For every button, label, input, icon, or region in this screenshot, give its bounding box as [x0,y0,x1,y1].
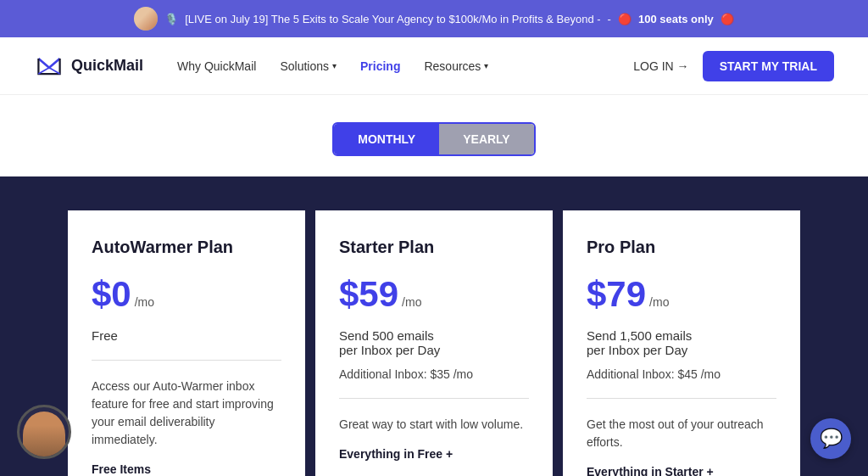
pro-price-period: /mo [649,295,669,309]
divider-dark-2 [553,210,563,476]
banner-avatar [134,7,158,31]
nav-resources[interactable]: Resources ▾ [424,59,488,73]
banner-badge: 100 seats only [638,13,714,25]
plans-section: AutoWarmer Plan $0 /mo Free Access our A… [0,176,868,476]
login-button[interactable]: LOG IN → [633,59,688,73]
starter-price-amount: $59 [339,274,398,315]
pro-plan: Pro Plan $79 /mo Send 1,500 emailsper In… [563,210,800,476]
starter-price-period: /mo [402,295,421,309]
pro-plan-desc: Get the most out of your outreach effort… [587,416,776,451]
autowarmer-plan-cta: Free Items [92,462,281,476]
starter-additional-inbox: Additional Inbox: $35 /mo [339,367,529,381]
pro-plan-subtitle: Send 1,500 emailsper Inbox per Day [587,328,776,357]
chat-button[interactable]: 💬 [810,418,851,459]
banner-text: [LIVE on July 19] The 5 Exits to Scale Y… [185,13,600,25]
pro-divider [587,398,776,399]
navigation: QuickMail Why QuickMail Solutions ▾ Pric… [0,37,868,95]
promo-banner: 🎙️ [LIVE on July 19] The 5 Exits to Scal… [0,0,868,37]
monthly-toggle[interactable]: MONTHLY [334,124,439,154]
autowarmer-plan-subtitle: Free [92,328,281,343]
starter-plan: Starter Plan $59 /mo Send 500 emailsper … [315,210,553,476]
logo-text: QuickMail [71,57,143,75]
trial-button[interactable]: START MY TRIAL [703,51,834,81]
avatar-figure [23,412,65,458]
autowarmer-price-amount: $0 [92,274,131,315]
billing-toggle: MONTHLY YEARLY [332,122,535,156]
banner-mic-icon: 🎙️ [164,13,178,25]
nav-links: Why QuickMail Solutions ▾ Pricing Resour… [177,59,633,73]
billing-toggle-section: MONTHLY YEARLY [0,95,868,176]
starter-plan-name: Starter Plan [339,238,529,257]
pro-plan-price: $79 /mo [587,274,776,315]
divider-dark-1 [305,210,315,476]
logo-icon [34,51,64,81]
nav-why-quickmail[interactable]: Why QuickMail [177,59,256,73]
pro-additional-inbox: Additional Inbox: $45 /mo [587,367,776,381]
nav-pricing[interactable]: Pricing [360,59,400,73]
chat-icon: 💬 [820,428,843,450]
autowarmer-divider [92,360,281,361]
starter-plan-cta: Everything in Free + [339,447,529,461]
banner-emoji: - [608,13,611,25]
autowarmer-plan-name: AutoWarmer Plan [92,238,281,257]
autowarmer-price-period: /mo [135,295,154,309]
yearly-toggle[interactable]: YEARLY [439,124,534,154]
nav-actions: LOG IN → START MY TRIAL [633,51,834,81]
starter-plan-subtitle: Send 500 emailsper Inbox per Day [339,328,529,357]
starter-divider [339,398,529,399]
plans-container: AutoWarmer Plan $0 /mo Free Access our A… [68,210,800,476]
autowarmer-plan: AutoWarmer Plan $0 /mo Free Access our A… [68,210,305,476]
autowarmer-plan-desc: Access our Auto-Warmer inbox feature for… [92,378,281,449]
starter-plan-price: $59 /mo [339,274,529,315]
pro-plan-name: Pro Plan [587,238,776,257]
starter-plan-desc: Great way to start with low volume. [339,416,529,434]
pro-price-amount: $79 [587,274,646,315]
pro-plan-cta: Everything in Starter + [587,465,776,476]
user-avatar [17,405,71,459]
autowarmer-plan-price: $0 /mo [92,274,281,315]
chevron-down-icon: ▾ [484,61,488,70]
logo-link[interactable]: QuickMail [34,51,143,81]
nav-solutions[interactable]: Solutions ▾ [280,59,337,73]
chevron-down-icon: ▾ [332,61,337,70]
